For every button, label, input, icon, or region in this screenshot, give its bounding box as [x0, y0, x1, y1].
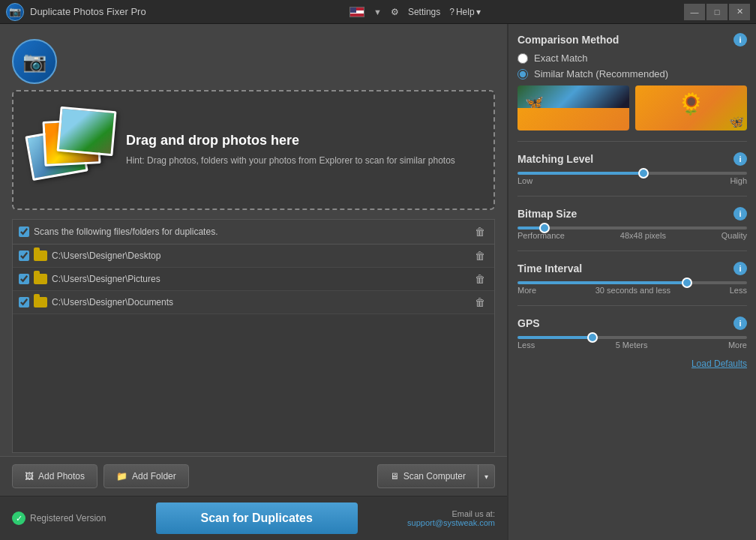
- preview-image-2: [635, 86, 747, 130]
- email-label: Email us at:: [407, 509, 495, 518]
- exact-match-option[interactable]: Exact Match: [518, 52, 747, 64]
- file-path-3: C:\Users\Designer\Documents: [52, 297, 467, 308]
- gps-info[interactable]: i: [734, 316, 747, 330]
- time-interval-min: More: [518, 286, 536, 295]
- close-button[interactable]: ✕: [729, 4, 750, 20]
- check-icon: ✓: [12, 512, 26, 525]
- gps-value: 5 Meters: [616, 340, 648, 350]
- matching-level-slider-container: Low High: [518, 172, 747, 185]
- similar-match-option[interactable]: Similar Match (Recommended): [518, 68, 747, 80]
- similar-match-radio[interactable]: [518, 69, 528, 80]
- bitmap-size-title: Bitmap Size: [518, 208, 577, 220]
- comparison-method-title: Comparison Method: [518, 34, 619, 46]
- app-title: Duplicate Photos Fixer Pro: [30, 6, 146, 17]
- gps-header: GPS i: [518, 316, 747, 330]
- drop-title: Drag and drop photos here: [126, 133, 455, 148]
- time-interval-section: Time Interval i More 30 seconds and less…: [518, 262, 747, 295]
- file-checkbox-1[interactable]: [19, 250, 29, 261]
- matching-level-slider[interactable]: [518, 172, 747, 175]
- file-list-header-text: Scans the following files/folders for du…: [34, 226, 467, 237]
- left-panel: 📷 Drag and drop photos here Hint: Drag p…: [0, 24, 508, 540]
- matching-level-max: High: [730, 176, 747, 185]
- file-checkbox-3[interactable]: [19, 297, 29, 308]
- scan-computer-button[interactable]: 🖥 Scan Computer: [377, 464, 478, 488]
- time-interval-slider[interactable]: [518, 281, 747, 284]
- time-interval-slider-container: More 30 seconds and less Less: [518, 281, 747, 295]
- photo-stack: [28, 109, 111, 191]
- large-logo: 📷: [12, 39, 57, 84]
- scan-dropdown-button[interactable]: ▾: [478, 464, 495, 488]
- gps-labels: Less 5 Meters More: [518, 340, 747, 350]
- preview-image-1: [518, 86, 629, 130]
- time-interval-title: Time Interval: [518, 262, 582, 274]
- left-buttons: 🖼 Add Photos 📁 Add Folder: [12, 464, 189, 488]
- email-link[interactable]: support@systweak.com: [407, 518, 495, 527]
- add-folder-button[interactable]: 📁 Add Folder: [104, 464, 189, 488]
- matching-level-info[interactable]: i: [734, 152, 747, 166]
- chevron-down-icon: ▾: [476, 7, 481, 17]
- load-defaults-button[interactable]: Load Defaults: [518, 358, 747, 369]
- folder-icon: [34, 250, 47, 261]
- photo-3: [57, 106, 117, 156]
- bitmap-size-slider[interactable]: [518, 226, 747, 230]
- delete-all-button[interactable]: 🗑: [472, 224, 488, 239]
- file-path-1: C:\Users\Designer\Desktop: [52, 250, 467, 261]
- time-interval-info[interactable]: i: [734, 262, 747, 275]
- registered-text: Registered Version: [30, 513, 106, 524]
- time-interval-header: Time Interval i: [518, 262, 747, 275]
- comparison-method-info[interactable]: i: [734, 33, 747, 46]
- titlebar: 📷 Duplicate Photos Fixer Pro ▼ ⚙ Setting…: [0, 0, 756, 24]
- menu-area: ▼ ⚙ Settings ? Help ▾: [350, 7, 481, 17]
- bitmap-size-info[interactable]: i: [734, 207, 747, 220]
- gps-slider[interactable]: [518, 336, 747, 339]
- delete-file-2[interactable]: 🗑: [472, 272, 488, 286]
- select-all-checkbox[interactable]: [19, 226, 29, 237]
- matching-level-min: Low: [518, 176, 532, 185]
- exact-match-label: Exact Match: [534, 52, 588, 64]
- bitmap-size-slider-container: Performance 48x48 pixels Quality: [518, 226, 747, 240]
- folder-icon: [34, 297, 47, 308]
- folder-add-icon: 📁: [116, 471, 128, 482]
- settings-menu[interactable]: Settings: [408, 7, 440, 17]
- file-list-header: Scans the following files/folders for du…: [13, 220, 494, 244]
- status-bar: ✓ Registered Version Scan for Duplicates…: [0, 496, 507, 540]
- delete-file-3[interactable]: 🗑: [472, 295, 488, 310]
- top-area: 📷: [0, 24, 507, 84]
- matching-level-section: Matching Level i Low High: [518, 152, 747, 185]
- window-controls: — □ ✕: [684, 4, 750, 20]
- maximize-button[interactable]: □: [706, 4, 728, 20]
- time-interval-max: Less: [730, 286, 747, 295]
- drop-text: Drag and drop photos here Hint: Drag pho…: [126, 133, 455, 167]
- bitmap-size-labels: Performance 48x48 pixels Quality: [518, 231, 747, 240]
- exact-match-radio[interactable]: [518, 53, 528, 64]
- gps-max: More: [728, 340, 747, 350]
- time-interval-value: 30 seconds and less: [596, 286, 670, 295]
- help-menu[interactable]: ? Help ▾: [449, 7, 480, 17]
- divider: [518, 141, 747, 142]
- delete-file-1[interactable]: 🗑: [472, 248, 488, 263]
- language-flag[interactable]: [350, 7, 364, 17]
- question-icon: ?: [449, 7, 454, 17]
- gps-section: GPS i Less 5 Meters More: [518, 316, 747, 350]
- file-row: C:\Users\Designer\Documents 🗑: [13, 291, 494, 314]
- minimize-button[interactable]: —: [684, 4, 705, 20]
- app-logo: 📷: [6, 3, 24, 21]
- matching-level-title: Matching Level: [518, 153, 593, 165]
- bitmap-size-min: Performance: [518, 231, 565, 240]
- file-row: C:\Users\Designer\Pictures 🗑: [13, 268, 494, 291]
- preview-images: [518, 86, 747, 130]
- gps-slider-container: Less 5 Meters More: [518, 336, 747, 350]
- gear-icon: ⚙: [391, 7, 399, 17]
- drop-hint: Hint: Drag photos, folders with your pho…: [126, 154, 455, 167]
- add-photos-button[interactable]: 🖼 Add Photos: [12, 464, 98, 488]
- comparison-method-header: Comparison Method i: [518, 33, 747, 46]
- file-checkbox-2[interactable]: [19, 274, 29, 284]
- email-area: Email us at: support@systweak.com: [407, 509, 495, 527]
- divider: [518, 196, 747, 196]
- photos-icon: 🖼: [25, 471, 34, 482]
- bitmap-size-section: Bitmap Size i Performance 48x48 pixels Q…: [518, 207, 747, 240]
- file-list-container: Scans the following files/folders for du…: [12, 219, 495, 453]
- comparison-method-section: Comparison Method i Exact Match Similar …: [518, 33, 747, 130]
- drop-zone[interactable]: Drag and drop photos here Hint: Drag pho…: [12, 90, 495, 210]
- scan-duplicates-button[interactable]: Scan for Duplicates: [156, 502, 358, 534]
